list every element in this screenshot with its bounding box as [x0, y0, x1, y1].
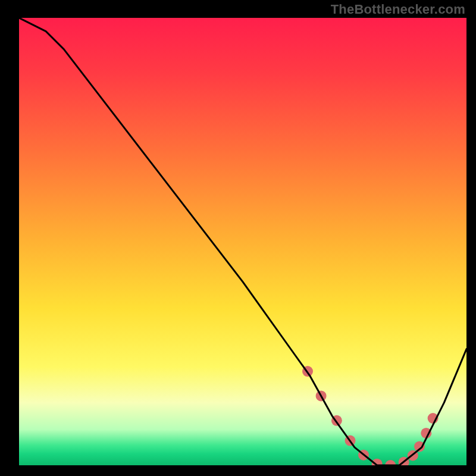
attribution-label: TheBottlenecker.com	[331, 2, 465, 17]
plot-area	[19, 18, 466, 465]
plot-inner	[19, 18, 466, 465]
chart-frame: TheBottlenecker.com	[0, 0, 476, 476]
chart-background	[19, 18, 466, 465]
chart-svg	[19, 18, 466, 465]
